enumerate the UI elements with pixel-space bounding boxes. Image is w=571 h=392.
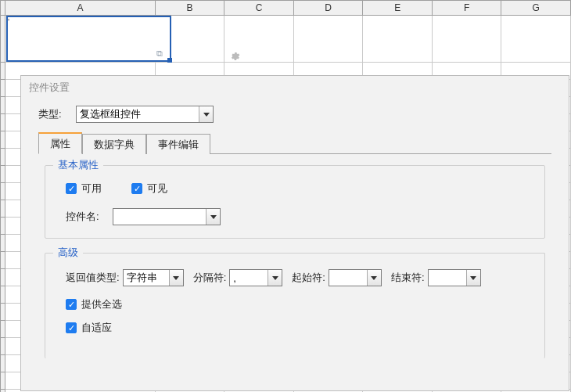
cell-E1[interactable] <box>363 16 433 63</box>
col-header-D[interactable]: D <box>294 0 364 16</box>
col-header-C[interactable]: C <box>224 0 294 16</box>
end-char-label: 结束符: <box>391 271 425 285</box>
checkbox-visible[interactable]: ✓ 可见 <box>131 182 167 196</box>
col-header-G[interactable]: G <box>501 0 571 16</box>
cell-G1[interactable] <box>501 16 571 63</box>
fieldset-advanced: 高级 返回值类型: 分隔符: <box>45 253 545 358</box>
col-header-F[interactable]: F <box>433 0 502 16</box>
checkbox-adaptive[interactable]: ✓ 自适应 <box>66 321 112 335</box>
return-type-dropdown-button[interactable] <box>169 270 183 286</box>
cell-A1[interactable] <box>5 16 155 63</box>
checkbox-select-all-label: 提供全选 <box>81 297 122 311</box>
cell-B1[interactable] <box>156 16 225 63</box>
type-label: 类型: <box>38 107 76 121</box>
widget-settings-panel: 控件设置 类型: 属性 数据字典 事件编辑 基本属性 ✓ 可用 <box>20 75 569 391</box>
row-header-17[interactable] <box>0 321 5 338</box>
row-header-2[interactable] <box>0 63 5 80</box>
type-combo-input[interactable] <box>77 106 199 122</box>
col-header-A[interactable]: A <box>5 0 155 16</box>
gear-icon[interactable] <box>229 51 240 64</box>
separator-input[interactable] <box>230 270 268 286</box>
return-type-label: 返回值类型: <box>66 271 120 285</box>
widget-name-combo[interactable] <box>113 208 221 225</box>
row-header-19[interactable] <box>0 355 5 372</box>
row-header-14[interactable] <box>0 269 5 286</box>
row-header-3[interactable] <box>0 80 5 97</box>
tab-attributes[interactable]: 属性 <box>38 132 82 154</box>
row-header-1[interactable] <box>0 16 5 63</box>
type-combo-dropdown-button[interactable] <box>199 106 213 122</box>
fieldset-advanced-legend: 高级 <box>53 246 83 260</box>
widget-glyph-icon: ⧉ <box>156 49 163 59</box>
row-header-5[interactable] <box>0 114 5 131</box>
tab-data-dictionary[interactable]: 数据字典 <box>82 134 146 154</box>
checkbox-enabled-label: 可用 <box>81 182 102 196</box>
row-header-20[interactable] <box>0 372 5 390</box>
panel-title: 控件设置 <box>21 76 569 102</box>
separator-label: 分隔符: <box>193 271 227 285</box>
row-header-12[interactable] <box>0 235 5 252</box>
cell-D1[interactable] <box>294 16 364 63</box>
chevron-down-icon <box>272 276 278 280</box>
fieldset-basic-legend: 基本属性 <box>53 158 103 172</box>
checkbox-adaptive-label: 自适应 <box>81 321 112 335</box>
start-char-input[interactable] <box>329 270 367 286</box>
start-char-label: 起始符: <box>292 271 325 285</box>
end-char-combo[interactable] <box>428 269 481 286</box>
row-header-15[interactable] <box>0 286 5 304</box>
start-char-dropdown-button[interactable] <box>367 270 381 286</box>
widget-name-label: 控件名: <box>66 210 113 224</box>
row-header-18[interactable] <box>0 338 5 355</box>
chevron-down-icon <box>470 276 476 280</box>
checkbox-icon: ✓ <box>131 183 142 194</box>
cell-F1[interactable] <box>433 16 502 63</box>
separator-combo[interactable] <box>229 269 282 286</box>
tab-content-attributes: 基本属性 ✓ 可用 ✓ 可见 控件名: <box>38 154 551 358</box>
widget-name-dropdown-button[interactable] <box>206 209 220 225</box>
checkbox-select-all[interactable]: ✓ 提供全选 <box>66 297 122 311</box>
checkbox-icon: ✓ <box>66 322 77 333</box>
column-headers: A B C D E F G <box>0 0 571 16</box>
row-header-9[interactable] <box>0 183 5 200</box>
return-type-input[interactable] <box>124 270 169 286</box>
cell-prefix-mark: ' <box>8 17 9 27</box>
row-header-11[interactable] <box>0 218 5 235</box>
end-char-dropdown-button[interactable] <box>466 270 480 286</box>
row-header-13[interactable] <box>0 252 5 269</box>
checkbox-enabled[interactable]: ✓ 可用 <box>66 182 102 196</box>
tab-event-edit[interactable]: 事件编辑 <box>146 134 210 154</box>
chevron-down-icon <box>210 215 217 219</box>
end-char-input[interactable] <box>429 270 466 286</box>
tabs: 属性 数据字典 事件编辑 <box>38 134 551 154</box>
row-header-8[interactable] <box>0 166 5 183</box>
chevron-down-icon <box>371 276 377 280</box>
start-char-combo[interactable] <box>329 269 382 286</box>
widget-name-input[interactable] <box>113 209 206 225</box>
chevron-down-icon <box>203 113 210 117</box>
checkbox-visible-label: 可见 <box>147 182 167 196</box>
col-header-E[interactable]: E <box>363 0 433 16</box>
col-header-B[interactable]: B <box>156 0 225 16</box>
checkbox-icon: ✓ <box>66 299 77 310</box>
type-combo[interactable] <box>76 106 214 123</box>
row-header-6[interactable] <box>0 131 5 149</box>
row-header-4[interactable] <box>0 97 5 114</box>
chevron-down-icon <box>173 276 179 280</box>
corner-cell[interactable] <box>0 0 5 16</box>
return-type-combo[interactable] <box>123 269 184 286</box>
row-header-16[interactable] <box>0 304 5 321</box>
fieldset-basic: 基本属性 ✓ 可用 ✓ 可见 控件名: <box>45 165 545 239</box>
row-header-7[interactable] <box>0 149 5 166</box>
row-header-10[interactable] <box>0 200 5 218</box>
checkbox-icon: ✓ <box>66 183 77 194</box>
separator-dropdown-button[interactable] <box>268 270 282 286</box>
